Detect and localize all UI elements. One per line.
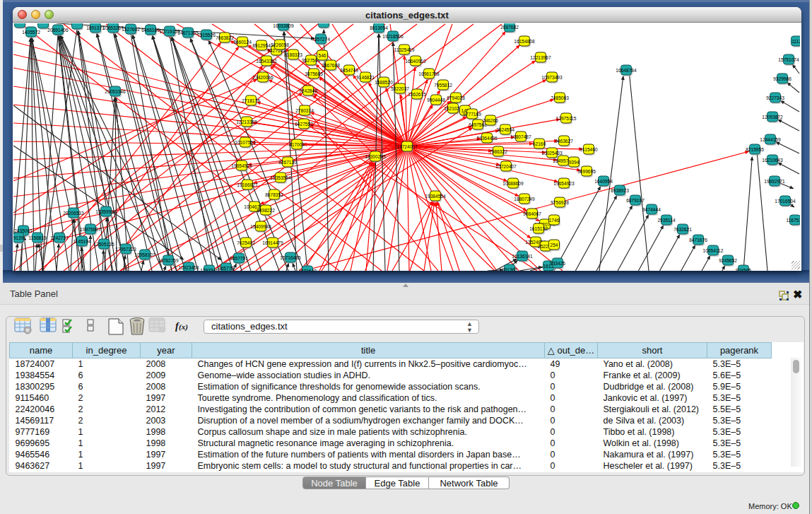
svg-text:1167533: 1167533	[786, 218, 800, 223]
svg-text:10654112: 10654112	[703, 248, 724, 253]
svg-text:20691406: 20691406	[47, 28, 69, 33]
svg-text:(x): (x)	[179, 322, 188, 332]
svg-text:417004: 417004	[289, 142, 305, 147]
svg-text:1615132: 1615132	[529, 226, 548, 231]
svg-text:8498222: 8498222	[257, 208, 275, 213]
svg-text:6466160: 6466160	[141, 28, 160, 33]
svg-text:10807487: 10807487	[510, 134, 531, 139]
svg-text:8938923: 8938923	[611, 188, 629, 193]
svg-text:9756928: 9756928	[551, 200, 569, 205]
svg-text:7357274: 7357274	[312, 37, 330, 42]
svg-text:8267130: 8267130	[278, 160, 297, 165]
svg-text:7515526: 7515526	[197, 33, 216, 37]
svg-text:15751074: 15751074	[778, 57, 799, 62]
svg-text:1527602: 1527602	[122, 27, 140, 32]
svg-text:16648784: 16648784	[616, 68, 637, 73]
svg-text:16210643: 16210643	[762, 158, 783, 163]
svg-text:9146821: 9146821	[356, 75, 375, 80]
svg-text:12213967: 12213967	[530, 55, 551, 60]
svg-text:161361: 161361	[502, 267, 517, 271]
svg-text:1292346: 1292346	[200, 268, 218, 271]
svg-text:7632621: 7632621	[673, 227, 692, 232]
svg-text:391391: 391391	[13, 235, 26, 240]
svg-text:1112: 1112	[792, 39, 800, 44]
svg-text:10025433: 10025433	[541, 151, 563, 156]
svg-text:17957223: 17957223	[115, 247, 136, 252]
svg-text:12444159: 12444159	[760, 137, 781, 142]
svg-text:2935114: 2935114	[657, 218, 676, 223]
svg-text:1571648: 1571648	[298, 269, 317, 271]
svg-text:19384554: 19384554	[425, 194, 446, 199]
svg-text:2867608: 2867608	[322, 63, 340, 68]
svg-text:746266: 746266	[483, 118, 498, 123]
svg-text:1242737: 1242737	[50, 235, 69, 240]
svg-text:3875685: 3875685	[305, 71, 323, 76]
svg-text:16782759: 16782759	[158, 258, 179, 263]
svg-text:9227343: 9227343	[766, 95, 784, 100]
svg-text:9115460: 9115460	[579, 147, 598, 152]
svg-text:1156819: 1156819	[28, 235, 47, 240]
svg-text:8471676: 8471676	[689, 238, 707, 243]
svg-text:9904448: 9904448	[427, 98, 445, 103]
svg-text:1640954: 1640954	[594, 179, 613, 184]
svg-text:16914479: 16914479	[262, 240, 283, 245]
svg-text:15353594: 15353594	[270, 175, 291, 180]
svg-text:16640910: 16640910	[405, 59, 426, 64]
svg-text:16154808: 16154808	[514, 39, 535, 44]
svg-text:5322037: 5322037	[391, 86, 409, 91]
svg-text:19654925: 19654925	[231, 163, 252, 168]
svg-text:1145194: 1145194	[73, 239, 91, 244]
svg-text:2435061: 2435061	[14, 228, 33, 233]
svg-text:1891371: 1891371	[86, 25, 105, 30]
svg-text:6497568: 6497568	[469, 122, 487, 127]
svg-text:7663822: 7663822	[216, 35, 234, 40]
svg-text:18724007: 18724007	[396, 144, 418, 149]
svg-text:5226058: 5226058	[271, 42, 289, 47]
svg-text:9242848: 9242848	[299, 88, 317, 93]
svg-text:10653267: 10653267	[102, 25, 124, 30]
svg-text:9857791: 9857791	[230, 256, 248, 261]
svg-text:9245652: 9245652	[719, 258, 737, 263]
svg-text:12093872: 12093872	[762, 115, 783, 119]
svg-text:9084067: 9084067	[523, 211, 541, 216]
svg-text:16543362: 16543362	[256, 59, 277, 64]
svg-text:16033809: 16033809	[273, 23, 294, 28]
svg-text:9394: 9394	[569, 160, 579, 165]
svg-text:254: 254	[550, 243, 558, 247]
svg-text:1405572: 1405572	[22, 30, 40, 35]
svg-text:6427552: 6427552	[295, 122, 313, 127]
svg-text:8215955: 8215955	[746, 147, 764, 152]
svg-text:8454749: 8454749	[340, 68, 358, 73]
svg-text:7986322: 7986322	[489, 149, 507, 154]
svg-text:8660124: 8660124	[233, 40, 252, 45]
svg-text:10107553: 10107553	[235, 140, 256, 145]
svg-text:1588520: 1588520	[375, 80, 393, 85]
svg-text:7485063: 7485063	[551, 95, 569, 100]
svg-text:21364436: 21364436	[476, 136, 498, 141]
svg-text:7625402: 7625402	[237, 240, 255, 245]
svg-text:17359934: 17359934	[95, 209, 117, 214]
svg-text:1746: 1746	[549, 218, 560, 223]
svg-text:15720407: 15720407	[495, 164, 517, 169]
svg-text:7955812: 7955812	[434, 83, 452, 88]
svg-text:10973493: 10973493	[541, 75, 563, 80]
svg-text:19692971: 19692971	[764, 179, 785, 184]
svg-text:6879197: 6879197	[626, 198, 645, 203]
svg-text:9777169: 9777169	[463, 112, 481, 117]
svg-text:2087682: 2087682	[500, 25, 519, 30]
svg-text:62160: 62160	[533, 141, 546, 146]
svg-text:8678352: 8678352	[265, 192, 283, 197]
svg-text:15716485: 15716485	[280, 255, 301, 260]
svg-text:18807249: 18807249	[514, 197, 535, 201]
svg-text:2718176: 2718176	[242, 98, 260, 103]
svg-text:16961758: 16961758	[418, 71, 440, 76]
svg-text:3624554: 3624554	[496, 127, 514, 132]
svg-text:9329966: 9329966	[773, 76, 792, 81]
svg-text:11325419: 11325419	[394, 47, 415, 52]
svg-text:19654923: 19654923	[553, 181, 575, 186]
svg-text:14671355: 14671355	[177, 30, 199, 35]
svg-text:29053346: 29053346	[105, 89, 126, 94]
svg-text:19218506: 19218506	[382, 34, 404, 39]
svg-text:19166827: 19166827	[237, 182, 258, 187]
svg-text:10958107: 10958107	[134, 252, 155, 257]
